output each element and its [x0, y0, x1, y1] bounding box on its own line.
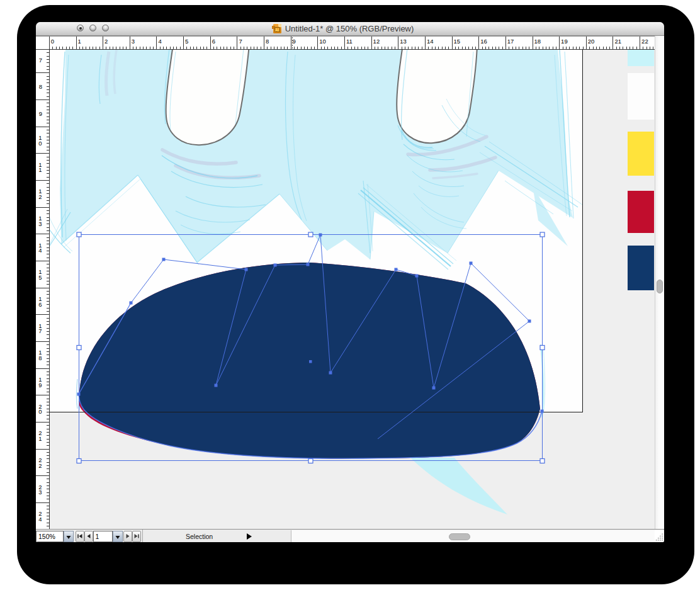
- svg-text:22: 22: [641, 38, 648, 45]
- svg-text:3: 3: [38, 489, 42, 496]
- svg-text:15: 15: [454, 38, 461, 45]
- svg-text:4: 4: [38, 247, 42, 254]
- svg-text:0: 0: [38, 140, 42, 147]
- svg-text:6: 6: [38, 301, 42, 308]
- svg-text:2: 2: [104, 38, 108, 45]
- svg-text:7: 7: [39, 57, 42, 64]
- svg-text:7: 7: [239, 38, 242, 45]
- svg-text:0: 0: [51, 38, 54, 45]
- svg-text:11: 11: [346, 38, 353, 45]
- svg-text:8: 8: [39, 83, 42, 90]
- svg-text:3: 3: [38, 220, 42, 227]
- svg-text:8: 8: [38, 355, 42, 361]
- svg-text:9: 9: [38, 382, 42, 389]
- svg-text:9: 9: [39, 110, 42, 117]
- svg-text:7: 7: [38, 327, 42, 334]
- svg-text:6: 6: [212, 38, 215, 45]
- svg-text:12: 12: [373, 38, 380, 45]
- svg-text:10: 10: [319, 38, 326, 45]
- svg-text:9: 9: [293, 38, 296, 45]
- svg-text:17: 17: [507, 38, 514, 45]
- svg-text:1: 1: [38, 435, 42, 442]
- svg-text:5: 5: [38, 274, 42, 281]
- svg-text:2: 2: [38, 462, 42, 469]
- svg-text:2: 2: [38, 193, 42, 200]
- svg-text:16: 16: [480, 38, 487, 45]
- svg-text:8: 8: [266, 38, 269, 45]
- svg-text:5: 5: [185, 38, 188, 45]
- svg-text:21: 21: [614, 38, 621, 45]
- svg-text:3: 3: [132, 38, 135, 45]
- svg-text:14: 14: [427, 38, 434, 45]
- svg-text:4: 4: [38, 516, 42, 523]
- svg-text:0: 0: [38, 408, 42, 415]
- svg-text:4: 4: [158, 38, 161, 45]
- svg-text:13: 13: [400, 38, 407, 45]
- svg-text:20: 20: [588, 38, 595, 45]
- svg-text:1: 1: [38, 166, 42, 173]
- svg-text:1: 1: [78, 38, 81, 45]
- svg-text:18: 18: [534, 38, 541, 45]
- svg-text:19: 19: [561, 38, 568, 45]
